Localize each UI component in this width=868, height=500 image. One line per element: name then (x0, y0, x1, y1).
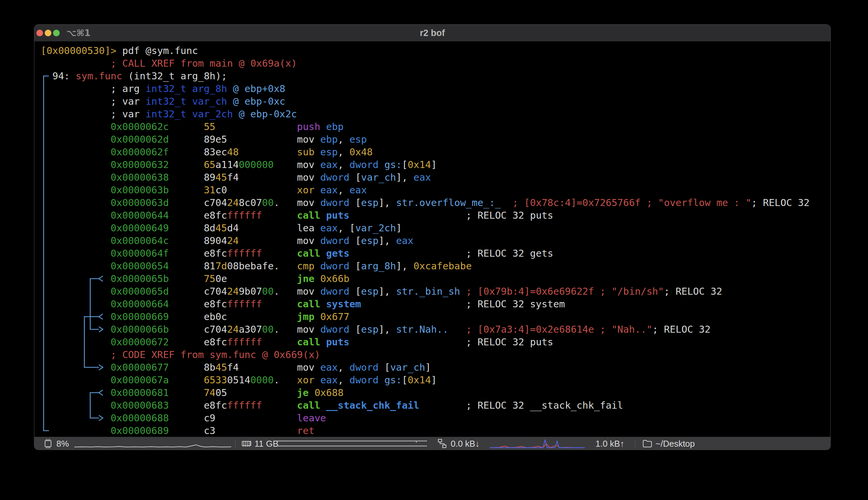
minimize-button[interactable] (45, 30, 52, 36)
title-bar: ⌥⌘1 r2 bof (34, 25, 830, 41)
window-title: r2 bof (420, 28, 445, 38)
memory-icon (241, 437, 252, 450)
status-bar: 8% 11 GB (34, 437, 830, 450)
status-separator (235, 439, 235, 448)
network-icon (437, 437, 447, 450)
cpu-icon (43, 437, 53, 450)
working-directory: ~/Desktop (656, 437, 695, 450)
network-graph (490, 437, 585, 450)
terminal-body: [0x00000530]> pdf @sym.func ; CALL XREF … (34, 41, 830, 437)
cpu-percent: 8% (56, 437, 69, 450)
desktop: ⌥⌘1 r2 bof [0x00000530]> pdf @sym.func ;… (0, 0, 868, 500)
memory-amount: 11 GB (255, 437, 279, 450)
zoom-button[interactable] (53, 30, 60, 36)
close-button[interactable] (36, 30, 43, 36)
cpu-graph (74, 437, 231, 450)
network-down: 0.0 kB↓ (451, 437, 480, 450)
window-controls (36, 25, 60, 41)
tab-shortcut: ⌥⌘1 (66, 25, 90, 41)
status-separator (635, 439, 635, 448)
memory-graph (276, 437, 427, 450)
jump-arrows (34, 41, 830, 437)
terminal-window: ⌥⌘1 r2 bof [0x00000530]> pdf @sym.func ;… (34, 24, 831, 450)
network-up: 1.0 kB↑ (596, 437, 624, 450)
folder-icon (642, 437, 652, 450)
